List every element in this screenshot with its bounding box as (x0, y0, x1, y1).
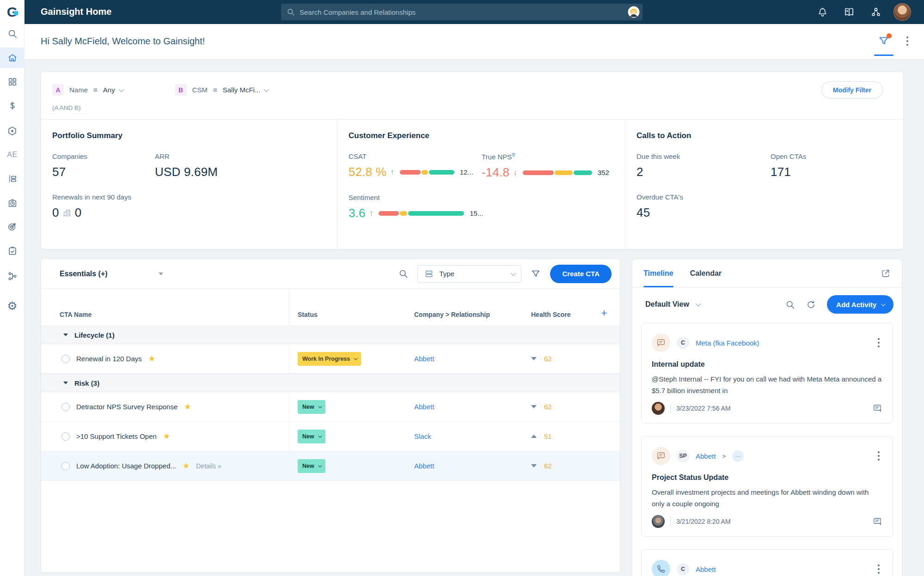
row-radio[interactable] (61, 462, 70, 470)
company-link[interactable]: Meta (fka Facebook) (696, 339, 759, 347)
sidebar-item-dashboards[interactable] (0, 72, 24, 92)
page-filter-button[interactable] (876, 33, 892, 49)
sentiment-label: Sentiment (349, 194, 483, 201)
group-row-risk[interactable]: Risk (3) (41, 374, 620, 392)
csat-count: 12... (460, 168, 473, 176)
table-filter-icon[interactable] (531, 269, 541, 279)
customer-experience-section: Customer Experience CSAT 52.8 % ↑ 12... … (337, 120, 625, 249)
company-link[interactable]: Abbett (414, 355, 434, 363)
timeline-view-selector[interactable]: Default View (645, 300, 699, 309)
notes-icon[interactable] (872, 516, 882, 527)
tab-calendar[interactable]: Calendar (690, 259, 722, 287)
company-link[interactable]: Abbett (696, 565, 716, 573)
sliders-list-icon (7, 174, 18, 184)
company-link[interactable]: Abbett (414, 403, 434, 411)
assistant-avatar-icon[interactable] (628, 6, 640, 18)
companies-label: Companies (52, 152, 155, 160)
company-link[interactable]: Abbett (696, 452, 716, 460)
column-header-health[interactable]: Health Score + (517, 308, 620, 326)
column-header-company[interactable]: Company > Relationship (374, 311, 517, 326)
global-search[interactable] (281, 4, 643, 20)
status-badge[interactable]: Work In Progress (298, 352, 361, 366)
summary-card: A Name = Any B CSM = Sally McFi... (A AN… (41, 72, 904, 249)
table-row[interactable]: >10 Support Tickets Open ★ New Slack 51 (41, 422, 620, 451)
chevron-down-icon (118, 86, 123, 91)
page-menu-button[interactable] (904, 34, 911, 49)
open-ctas-value: 171 (771, 165, 873, 179)
priority-star-icon[interactable]: ★ (163, 432, 170, 440)
priority-star-icon[interactable]: ★ (148, 355, 155, 363)
company-link[interactable]: Abbett (414, 462, 434, 470)
type-filter-select[interactable]: Type (417, 265, 521, 283)
org-people-icon[interactable] (867, 3, 885, 21)
status-badge[interactable]: New (298, 400, 325, 414)
csat-value: 52.8 % (349, 165, 386, 179)
entry-title: Project Status Update (652, 473, 882, 482)
timeline-search-icon[interactable] (785, 300, 795, 309)
divider (670, 516, 671, 527)
modify-filter-button[interactable]: Modify Filter (821, 81, 883, 98)
sidebar-item-timeline[interactable] (0, 193, 24, 213)
chevron-down-icon (318, 404, 322, 408)
company-link[interactable]: Slack (414, 432, 431, 440)
table-search-icon[interactable] (398, 269, 408, 279)
sidebar-item-surveys[interactable] (0, 241, 24, 261)
priority-star-icon[interactable]: ★ (183, 462, 190, 470)
timeline-entry[interactable]: C Meta (fka Facebook) Internal update @S… (641, 323, 893, 424)
overdue-ctas-label: Overdue CTA's (636, 193, 739, 201)
sidebar-item-settings[interactable]: ⚙ (0, 296, 24, 316)
search-input[interactable] (300, 8, 628, 16)
health-score: 62 (544, 403, 552, 411)
sidebar-item-customer360[interactable] (0, 121, 24, 141)
filter-a-operator: = (93, 86, 98, 94)
companies-value: 57 (52, 165, 155, 179)
details-link[interactable]: Details » (196, 462, 221, 470)
due-this-week-label: Due this week (636, 152, 771, 160)
add-activity-button[interactable]: Add Activity (827, 295, 893, 314)
knowledge-book-icon[interactable] (840, 3, 858, 21)
status-badge[interactable]: New (298, 459, 325, 473)
sidebar-item-home[interactable] (0, 48, 24, 68)
filter-a-value-dropdown[interactable]: Any (103, 86, 122, 94)
notifications-bell-icon[interactable] (813, 3, 832, 21)
table-row[interactable]: Renewal in 120 Days ★ Work In Progress A… (41, 344, 620, 374)
calls-to-action-section: Calls to Action Due this week 2 Open CTA… (625, 120, 903, 249)
sidebar-item-ae[interactable]: AE (0, 145, 24, 165)
filter-active-underline (874, 55, 893, 56)
table-row[interactable]: Low Adoption: Usage Dropped... ★ Details… (41, 451, 620, 481)
chevron-down-icon (264, 86, 269, 91)
sidebar-item-playbooks[interactable] (0, 169, 24, 189)
score-trend-down-icon (531, 464, 537, 467)
notes-icon[interactable] (872, 403, 882, 413)
status-badge[interactable]: New (298, 430, 325, 443)
column-header-cta-name[interactable]: CTA Name (41, 311, 289, 326)
home-icon (7, 53, 18, 63)
entry-menu-button[interactable] (875, 449, 882, 463)
filter-a-badge: A (52, 84, 64, 96)
create-cta-button[interactable]: Create CTA (550, 265, 612, 283)
sidebar-item-journey[interactable] (0, 266, 24, 286)
row-radio[interactable] (61, 355, 70, 363)
sidebar-item-search[interactable] (0, 24, 24, 44)
add-column-icon[interactable]: + (601, 308, 607, 318)
row-radio[interactable] (61, 432, 70, 441)
user-avatar[interactable] (893, 3, 911, 21)
sidebar-item-success-plans[interactable] (0, 216, 24, 236)
expand-external-icon[interactable] (881, 268, 891, 279)
priority-star-icon[interactable]: ★ (184, 403, 191, 411)
more-relationships-icon[interactable]: ⋯ (732, 450, 744, 462)
column-header-status[interactable]: Status (289, 289, 374, 326)
group-row-lifecycle[interactable]: Lifecycle (1) (41, 326, 620, 344)
view-selector[interactable]: Essentials (+) (60, 270, 163, 278)
refresh-icon[interactable] (806, 300, 816, 309)
timeline-entry[interactable]: SP Abbett > ⋯ Project Status Update Over… (641, 436, 893, 537)
gainsight-logo[interactable]: G (0, 3, 24, 21)
entry-menu-button[interactable] (875, 335, 882, 350)
sidebar-item-revenue[interactable] (0, 96, 24, 116)
row-radio[interactable] (61, 403, 70, 411)
entry-menu-button[interactable] (875, 562, 882, 576)
filter-b-value-dropdown[interactable]: Sally McFi... (223, 86, 268, 94)
tab-timeline[interactable]: Timeline (643, 259, 673, 287)
table-row[interactable]: Detractor NPS Survey Response ★ New Abbe… (41, 392, 620, 422)
timeline-entry[interactable]: C Abbett (641, 549, 893, 576)
